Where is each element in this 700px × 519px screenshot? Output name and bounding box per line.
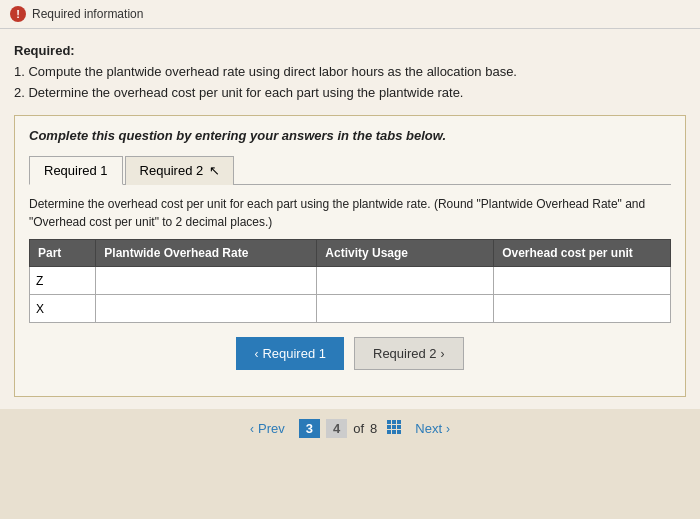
- overhead-table: Part Plantwide Overhead Rate Activity Us…: [29, 239, 671, 323]
- question-instruction: Complete this question by entering your …: [29, 128, 671, 143]
- instruction-item1: 1. Compute the plantwide overhead rate u…: [14, 62, 686, 83]
- next-nav-link[interactable]: Next ›: [415, 421, 450, 436]
- svg-rect-1: [392, 420, 396, 424]
- table-row: X: [30, 295, 671, 323]
- grid-icon[interactable]: [387, 420, 401, 437]
- prev-nav-label: Prev: [258, 421, 285, 436]
- total-pages: 8: [370, 421, 377, 436]
- tab-required-1[interactable]: Required 1: [29, 156, 123, 185]
- current-page[interactable]: 3: [299, 419, 320, 438]
- svg-rect-2: [397, 420, 401, 424]
- usage-x-cell[interactable]: [317, 295, 494, 323]
- overhead-x-cell[interactable]: [494, 295, 671, 323]
- part-x: X: [30, 295, 96, 323]
- svg-rect-7: [392, 430, 396, 434]
- table-row: Z: [30, 267, 671, 295]
- svg-rect-8: [397, 430, 401, 434]
- next-chevron-icon: ›: [441, 347, 445, 361]
- question-box: Complete this question by entering your …: [14, 115, 686, 397]
- next-nav-label: Next: [415, 421, 442, 436]
- bottom-nav: ‹ Prev 3 4 of 8 Next ›: [0, 409, 700, 448]
- part-z: Z: [30, 267, 96, 295]
- next-required-button[interactable]: Required 2 ›: [354, 337, 464, 370]
- exclamation-icon: !: [10, 6, 26, 22]
- required-info-banner: ! Required information: [0, 0, 700, 29]
- overhead-x-input[interactable]: [500, 300, 664, 318]
- usage-z-input[interactable]: [323, 272, 487, 290]
- alt-page[interactable]: 4: [326, 419, 347, 438]
- page-indicator: 3 4 of 8: [299, 419, 402, 438]
- of-label: of: [353, 421, 364, 436]
- main-content: Required: 1. Compute the plantwide overh…: [0, 29, 700, 409]
- prev-required-button[interactable]: ‹ Required 1: [236, 337, 344, 370]
- svg-rect-5: [397, 425, 401, 429]
- overhead-z-input[interactable]: [500, 272, 664, 290]
- cursor-icon: ↖: [209, 163, 219, 175]
- instruction-item2: 2. Determine the overhead cost per unit …: [14, 83, 686, 104]
- instructions: Required: 1. Compute the plantwide overh…: [14, 41, 686, 103]
- rate-z-input[interactable]: [102, 272, 310, 290]
- rate-x-cell[interactable]: [96, 295, 317, 323]
- col-header-usage: Activity Usage: [317, 240, 494, 267]
- overhead-z-cell[interactable]: [494, 267, 671, 295]
- svg-rect-6: [387, 430, 391, 434]
- svg-rect-4: [392, 425, 396, 429]
- next-required-label: Required 2: [373, 346, 437, 361]
- usage-x-input[interactable]: [323, 300, 487, 318]
- banner-label: Required information: [32, 7, 143, 21]
- tab-required-2[interactable]: Required 2 ↖: [125, 156, 234, 185]
- rate-z-cell[interactable]: [96, 267, 317, 295]
- nav-buttons: ‹ Required 1 Required 2 ›: [29, 337, 671, 370]
- tabs-container: Required 1 Required 2 ↖: [29, 155, 671, 185]
- prev-nav-icon: ‹: [250, 422, 254, 436]
- required-label: Required:: [14, 43, 75, 58]
- prev-nav-link[interactable]: ‹ Prev: [250, 421, 285, 436]
- col-header-overhead: Overhead cost per unit: [494, 240, 671, 267]
- svg-rect-3: [387, 425, 391, 429]
- determine-text: Determine the overhead cost per unit for…: [29, 195, 671, 231]
- usage-z-cell[interactable]: [317, 267, 494, 295]
- prev-required-label: Required 1: [262, 346, 326, 361]
- prev-chevron-icon: ‹: [254, 347, 258, 361]
- svg-rect-0: [387, 420, 391, 424]
- next-nav-icon: ›: [446, 422, 450, 436]
- rate-x-input[interactable]: [102, 300, 310, 318]
- col-header-rate: Plantwide Overhead Rate: [96, 240, 317, 267]
- col-header-part: Part: [30, 240, 96, 267]
